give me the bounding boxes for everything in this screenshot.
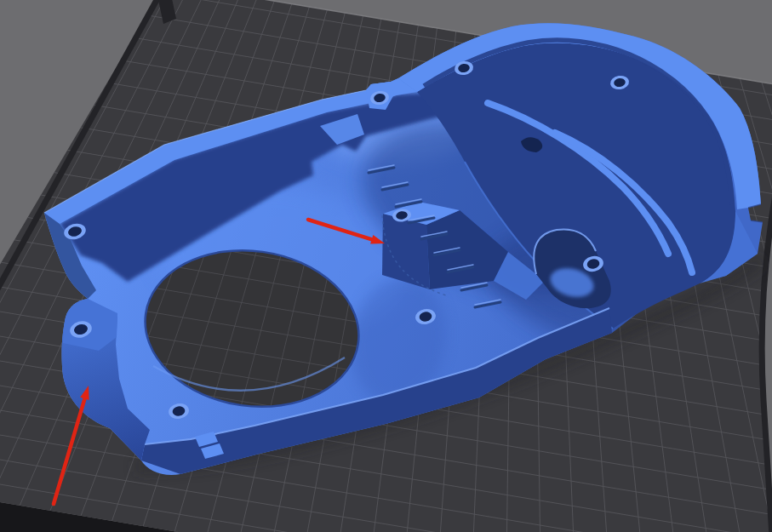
slicer-3d-viewport[interactable] bbox=[0, 0, 772, 532]
viewport-canvas bbox=[0, 0, 772, 532]
